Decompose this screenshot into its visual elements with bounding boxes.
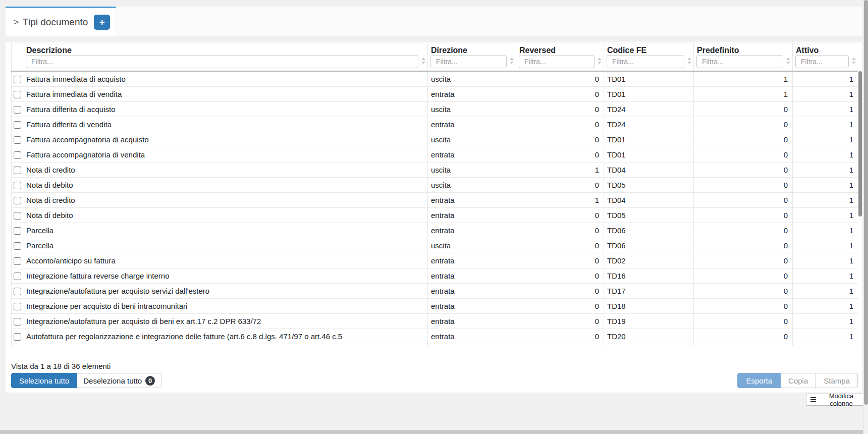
row-select-cell: [12, 283, 23, 298]
cell-predefinito: 1: [694, 71, 793, 86]
column-header-attivo[interactable]: Attivo: [793, 43, 858, 56]
row-checkbox[interactable]: [14, 136, 21, 144]
cell-descrizione: Fattura accompagnatoria di vendita: [23, 147, 428, 162]
cell-predefinito: 1: [694, 86, 793, 101]
row-select-cell: [12, 132, 23, 147]
table-row[interactable]: Fattura differita di venditaentrata0TD24…: [12, 117, 858, 132]
row-checkbox[interactable]: [14, 151, 21, 159]
table-row[interactable]: Integrazione fattura reverse charge inte…: [12, 268, 858, 283]
row-checkbox[interactable]: [14, 303, 21, 310]
filter-input-predefinito[interactable]: [696, 55, 783, 68]
filter-cell-attivo: [793, 55, 858, 71]
table-scrollbar[interactable]: [858, 71, 862, 216]
cell-codice_fe: TD19: [604, 313, 694, 329]
table-row[interactable]: Integrazione/autofattura per acquisto di…: [12, 313, 858, 329]
row-checkbox[interactable]: [14, 76, 21, 83]
edit-columns-button[interactable]: Modifica colonne: [806, 394, 868, 406]
cell-attivo: 1: [793, 283, 858, 298]
cell-attivo: 1: [793, 253, 858, 268]
table-info-text: Vista da 1 a 18 di 36 elementi: [11, 362, 111, 370]
column-header-predefinito[interactable]: Predefinito: [694, 43, 793, 56]
table-row[interactable]: Fattura immediata di venditaentrata0TD01…: [12, 86, 858, 101]
add-button[interactable]: +: [94, 15, 110, 30]
filter-input-descrizione[interactable]: [26, 55, 418, 68]
cell-reversed: 0: [516, 147, 604, 162]
row-checkbox[interactable]: [14, 182, 21, 189]
row-checkbox[interactable]: [14, 121, 21, 129]
row-checkbox[interactable]: [14, 106, 21, 114]
table-row[interactable]: Parcellaentrata0TD0601: [12, 223, 858, 238]
table-row[interactable]: Fattura accompagnatoria di acquistouscit…: [12, 132, 858, 147]
row-checkbox[interactable]: [14, 167, 21, 174]
column-header-reversed[interactable]: Reversed: [516, 43, 604, 56]
table-row[interactable]: Nota di creditoentrata1TD0401: [12, 192, 858, 207]
table-row[interactable]: Nota di debitoentrata0TD0501: [12, 207, 858, 223]
cell-attivo: 1: [793, 132, 858, 147]
cell-attivo: 1: [793, 147, 858, 162]
cell-attivo: 1: [793, 162, 858, 177]
print-button[interactable]: Stampa: [816, 373, 858, 388]
cell-direzione: entrata: [428, 253, 516, 268]
cell-predefinito: 0: [694, 329, 793, 344]
table-row[interactable]: Fattura immediata di acquistouscita0TD01…: [12, 71, 858, 86]
cell-descrizione: Acconto/anticipo su fattura: [23, 253, 428, 268]
row-select-cell: [12, 147, 23, 162]
cell-predefinito: 0: [694, 162, 793, 177]
sort-arrows-icon: [598, 58, 602, 64]
cell-direzione: uscita: [428, 238, 516, 253]
cell-descrizione: Nota di credito: [23, 192, 428, 207]
filter-input-codice_fe[interactable]: [607, 55, 684, 68]
row-checkbox[interactable]: [14, 333, 21, 341]
copy-button[interactable]: Copia: [781, 373, 816, 388]
cell-descrizione: Nota di debito: [23, 207, 428, 223]
row-select-cell: [12, 238, 23, 253]
cell-direzione: uscita: [428, 132, 516, 147]
row-checkbox[interactable]: [14, 227, 21, 235]
cell-direzione: entrata: [428, 192, 516, 207]
table-row[interactable]: Fattura differita di acquistouscita0TD24…: [12, 101, 858, 117]
row-select-cell: [12, 101, 23, 117]
cell-attivo: 1: [793, 207, 858, 223]
table-container: DescrizioneDirezioneReversedCodice FEPre…: [11, 43, 858, 355]
chevron-right-icon: >: [13, 17, 19, 28]
table-row[interactable]: Autofattura per regolarizzazione e integ…: [12, 329, 858, 344]
cell-reversed: 0: [516, 283, 604, 298]
filter-input-direzione[interactable]: [430, 55, 507, 68]
filter-input-attivo[interactable]: [795, 55, 849, 68]
row-checkbox[interactable]: [14, 91, 21, 98]
cell-descrizione: Integrazione/autofattura per acquisto se…: [23, 283, 428, 298]
row-checkbox[interactable]: [14, 197, 21, 204]
filter-cell-codice_fe: [604, 55, 694, 71]
column-header-direzione[interactable]: Direzione: [428, 43, 516, 56]
filter-cell-predefinito: [694, 55, 793, 71]
column-header-descrizione[interactable]: Descrizione: [23, 43, 428, 56]
filter-input-reversed[interactable]: [519, 55, 594, 68]
cell-predefinito: 0: [694, 238, 793, 253]
table-row[interactable]: Nota di debitouscita0TD0501: [12, 177, 858, 192]
row-checkbox[interactable]: [14, 257, 21, 265]
cell-codice_fe: TD24: [604, 101, 694, 117]
row-checkbox[interactable]: [14, 242, 21, 250]
tab-tipi-documento[interactable]: > Tipi documento +: [6, 7, 116, 36]
cell-descrizione: Fattura differita di vendita: [23, 117, 428, 132]
table-row[interactable]: Integrazione per acquisto di beni intrac…: [12, 298, 858, 313]
table-row[interactable]: Integrazione/autofattura per acquisto se…: [12, 283, 858, 298]
row-select-cell: [12, 253, 23, 268]
window-scrollbar[interactable]: [863, 0, 868, 434]
row-checkbox[interactable]: [14, 288, 21, 295]
column-header-codice_fe[interactable]: Codice FE: [604, 43, 694, 56]
window-scrollbar-thumb[interactable]: [864, 0, 868, 405]
cell-attivo: 1: [793, 192, 858, 207]
table-row[interactable]: Parcellauscita0TD0601: [12, 238, 858, 253]
table-row[interactable]: Fattura accompagnatoria di venditaentrat…: [12, 147, 858, 162]
row-checkbox[interactable]: [14, 318, 21, 326]
row-checkbox[interactable]: [14, 273, 21, 280]
select-all-button[interactable]: Seleziona tutto: [11, 373, 77, 388]
table-row[interactable]: Nota di creditouscita1TD0401: [12, 162, 858, 177]
deselect-all-button[interactable]: Deseleziona tutto 0: [77, 373, 161, 388]
cell-predefinito: 0: [694, 132, 793, 147]
cell-predefinito: 0: [694, 298, 793, 313]
row-checkbox[interactable]: [14, 212, 21, 220]
table-row[interactable]: Acconto/anticipo su fatturaentrata0TD020…: [12, 253, 858, 268]
export-button[interactable]: Esporta: [737, 373, 781, 388]
